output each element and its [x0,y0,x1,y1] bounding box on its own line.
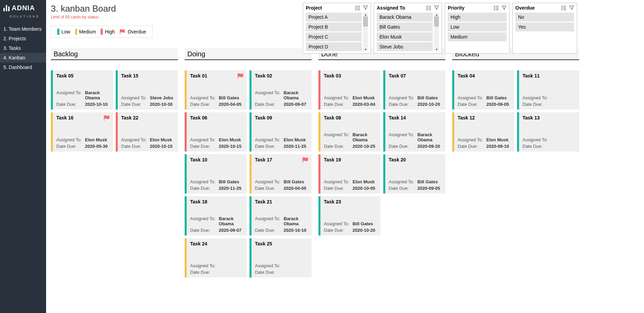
nav-item-0[interactable]: 1. Team Members [0,24,46,34]
nav-item-1[interactable]: 2. Projects [0,34,46,43]
filter-icon[interactable] [434,5,439,10]
card-title: Task 25 [255,241,308,246]
task-card[interactable]: Task 07Assigned To:Bill GatesDate Due:20… [383,70,445,110]
card-due-row: Date Due:2020-09-20 [389,144,442,149]
task-card[interactable]: Task 21Assigned To:Barack ObamaDate Due:… [249,196,312,236]
task-card[interactable]: Task 20Assigned To:Bill GatesDate Due:20… [383,154,445,194]
task-card[interactable]: Task 17Assigned To:Bill GatesDate Due:20… [249,154,312,194]
main-content: 3. kanban Board Limit of 50 cards by sta… [46,0,644,313]
overdue-flag-icon [302,157,309,163]
card-due-row: Date Due: [255,270,308,275]
multiselect-icon[interactable] [561,5,567,10]
card-due-row: Date Due: [190,270,243,275]
card-assignee-row: Assigned To:Barack Obama [389,132,442,142]
card-assignee-row: Assigned To: [190,263,243,268]
task-card[interactable]: Task 02Assigned To:Barack ObamaDate Due:… [249,70,312,110]
task-card[interactable]: Task 09Assigned To:Elon MuskDate Due:202… [249,112,312,152]
task-card[interactable]: Task 03Assigned To:Elon MuskDate Due:202… [318,70,381,110]
flag-icon [119,29,126,34]
task-card[interactable]: Task 24Assigned To:Date Due: [185,238,247,278]
task-card[interactable]: Task 12Assigned To:Elon MuskDate Due:202… [452,112,514,152]
card-title: Task 23 [324,199,377,204]
task-card[interactable]: Task 13Assigned To:Date Due: [517,112,579,152]
task-card[interactable]: Task 05Assigned To:Barack ObamaDate Due:… [51,70,113,110]
filter-icon[interactable] [363,5,368,10]
card-due-row: Date Due:2020-09-05 [389,186,442,191]
card-due-row: Date Due: [523,144,576,149]
multiselect-icon[interactable] [355,5,360,10]
scrollbar[interactable]: ▴▾ [363,13,368,51]
task-card[interactable]: Task 22Assigned To:Elon MuskDate Due:202… [116,112,178,152]
scroll-up-icon[interactable]: ▴ [436,13,438,16]
scroll-up-icon[interactable]: ▴ [365,13,367,16]
filter-option[interactable]: Elon Musk [377,32,433,41]
filter-option[interactable]: Barack Obama [377,13,433,22]
filter-icon[interactable] [569,5,574,10]
scrollbar[interactable]: ▴▾ [434,13,439,51]
card-assignee-row: Assigned To:Bill Gates [190,179,243,184]
filter-icon[interactable] [502,5,506,10]
card-title: Task 09 [255,115,308,120]
card-assignee-row: Assigned To:Elon Musk [324,95,377,100]
nav-item-3[interactable]: 4. Kanban [0,53,46,62]
task-card[interactable]: Task 01Assigned To:Bill GatesDate Due:20… [185,70,247,110]
scroll-thumb[interactable] [363,16,368,27]
card-assignee-row: Assigned To:Elon Musk [255,137,308,142]
card-due-row: Date Due:2020-10-10 [56,102,110,107]
task-card[interactable]: Task 25Assigned To:Date Due: [249,238,312,278]
card-due-row: Date Due:2020-10-20 [324,228,377,233]
card-assignee-row: Assigned To:Steve Jobs [121,95,174,100]
card-due-row: Date Due:2020-04-05 [255,186,308,191]
card-title: Task 16 [56,115,110,120]
task-card[interactable]: Task 15Assigned To:Steve JobsDate Due:20… [116,70,178,110]
scroll-down-icon[interactable]: ▾ [365,47,367,51]
card-title: Task 03 [324,73,377,79]
filter-option[interactable]: High [448,13,506,22]
filter-option[interactable]: Yes [515,23,574,31]
task-card[interactable]: Task 16Assigned To:Elon MuskDate Due:202… [51,112,113,152]
filter-overdue: OverdueNoYes [512,3,577,54]
filter-option[interactable]: Project C [306,32,362,41]
nav-item-4[interactable]: 5. Dashboard [0,62,46,72]
card-assignee-row: Assigned To: [255,263,308,268]
card-assignee-row: Assigned To: [523,137,576,142]
task-card[interactable]: Task 11Assigned To:Date Due: [517,70,579,110]
scroll-down-icon[interactable]: ▾ [436,47,438,51]
filter-option[interactable]: Project D [306,42,362,51]
filter-option[interactable]: No [515,13,574,22]
task-card[interactable]: Task 04Assigned To:Bill GatesDate Due:20… [452,70,514,110]
task-card[interactable]: Task 19Assigned To:Elon MuskDate Due:202… [318,154,381,194]
filter-option[interactable]: Medium [448,32,506,41]
overdue-flag-icon [103,115,110,121]
card-title: Task 11 [523,73,576,79]
card-title: Task 20 [389,157,442,162]
brand-logo: ADNIA [0,4,46,15]
filter-label: Assigned To [377,5,405,11]
filter-option[interactable]: Project B [306,23,362,31]
task-card[interactable]: Task 08Assigned To:Barack ObamaDate Due:… [318,112,381,152]
card-title: Task 10 [190,157,243,162]
task-card[interactable]: Task 10Assigned To:Bill GatesDate Due:20… [185,154,247,194]
filter-option[interactable]: Project A [306,13,362,22]
column-header: Backlog [51,48,178,60]
task-card[interactable]: Task 14Assigned To:Barack ObamaDate Due:… [383,112,445,152]
card-title: Task 22 [121,115,174,120]
nav-item-2[interactable]: 3. Tasks [0,43,46,53]
card-assignee-row: Assigned To:Barack Obama [190,216,243,226]
column-done: DoneTask 03Assigned To:Elon MuskDate Due… [318,48,445,278]
filter-assigned: Assigned ToBarack ObamaBill GatesElon Mu… [374,3,442,54]
task-card[interactable]: Task 18Assigned To:Barack ObamaDate Due:… [185,196,247,236]
card-due-row: Date Due:2020-09-10 [458,144,511,149]
legend-medium: Medium [75,29,96,35]
filter-option[interactable]: Bill Gates [377,23,433,31]
filter-option[interactable]: Steve Jobs [377,42,433,51]
nav-list: 1. Team Members2. Projects3. Tasks4. Kan… [0,24,46,72]
task-card[interactable]: Task 23Assigned To:Bill GatesDate Due:20… [318,196,381,236]
filter-option[interactable]: Low [448,23,506,31]
multiselect-icon[interactable] [493,5,499,10]
card-due-row: Date Due:2020-10-15 [190,144,243,149]
scroll-thumb[interactable] [434,16,439,27]
task-card[interactable]: Task 06Assigned To:Elon MuskDate Due:202… [185,112,247,152]
column-blocked: BlockedTask 04Assigned To:Bill GatesDate… [452,48,579,278]
multiselect-icon[interactable] [426,5,431,10]
